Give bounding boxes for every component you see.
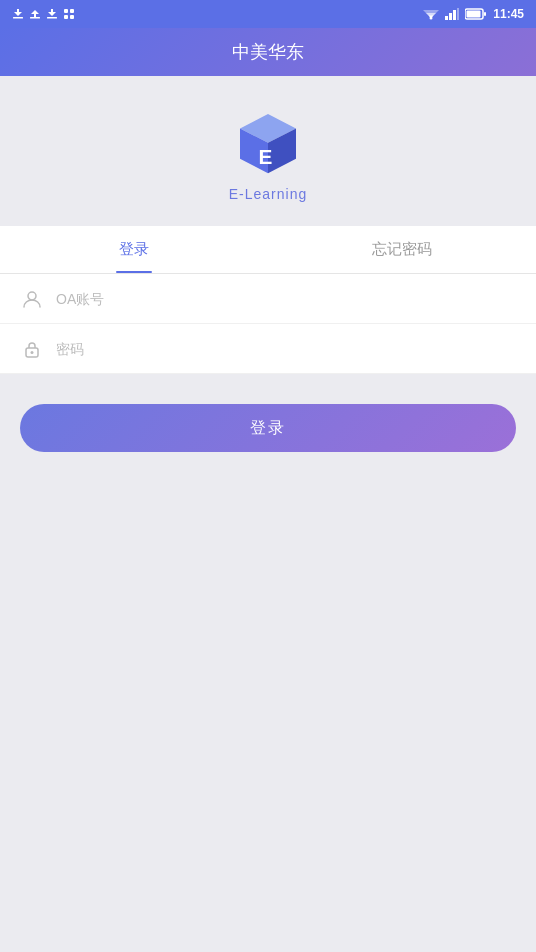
username-row [0, 274, 536, 324]
tabs-bar: 登录 忘记密码 [0, 226, 536, 274]
app-name-text: E-Learning [229, 186, 308, 202]
user-icon [20, 287, 44, 311]
svg-rect-3 [64, 9, 68, 13]
status-icons-left [12, 8, 75, 20]
svg-rect-4 [70, 9, 74, 13]
status-time: 11:45 [493, 7, 524, 21]
svg-point-22 [28, 292, 36, 300]
status-icons-right: 11:45 [423, 7, 524, 21]
svg-rect-12 [449, 13, 452, 20]
svg-rect-2 [47, 17, 57, 19]
svg-rect-16 [484, 12, 486, 16]
download-icon [12, 8, 24, 20]
lock-icon [20, 337, 44, 361]
bottom-fill [0, 452, 536, 952]
svg-rect-14 [457, 8, 459, 20]
nav-bar: 中美华东 [0, 28, 536, 76]
wifi-icon [423, 8, 439, 20]
svg-rect-6 [70, 15, 74, 19]
tab-login[interactable]: 登录 [0, 226, 268, 273]
svg-rect-13 [453, 10, 456, 20]
username-input[interactable] [56, 291, 516, 307]
svg-rect-17 [467, 11, 481, 18]
app-logo-cube: E [228, 106, 308, 186]
upload-icon [29, 8, 41, 20]
svg-rect-5 [64, 15, 68, 19]
button-area: 登录 [0, 374, 536, 452]
password-row [0, 324, 536, 374]
svg-rect-1 [30, 17, 40, 19]
login-form [0, 274, 536, 374]
tab-forgot-password[interactable]: 忘记密码 [268, 226, 536, 273]
svg-rect-0 [13, 17, 23, 19]
svg-point-24 [31, 351, 34, 354]
app-icon [63, 8, 75, 20]
nav-title: 中美华东 [232, 40, 304, 64]
logo-area: E E-Learning [0, 76, 536, 226]
login-button[interactable]: 登录 [20, 404, 516, 452]
password-input[interactable] [56, 341, 516, 357]
svg-rect-11 [445, 16, 448, 20]
download2-icon [46, 8, 58, 20]
battery-icon [465, 8, 487, 20]
signal-icon [445, 8, 459, 20]
svg-text:E: E [258, 145, 272, 168]
status-bar: 11:45 [0, 0, 536, 28]
svg-point-10 [430, 17, 433, 20]
